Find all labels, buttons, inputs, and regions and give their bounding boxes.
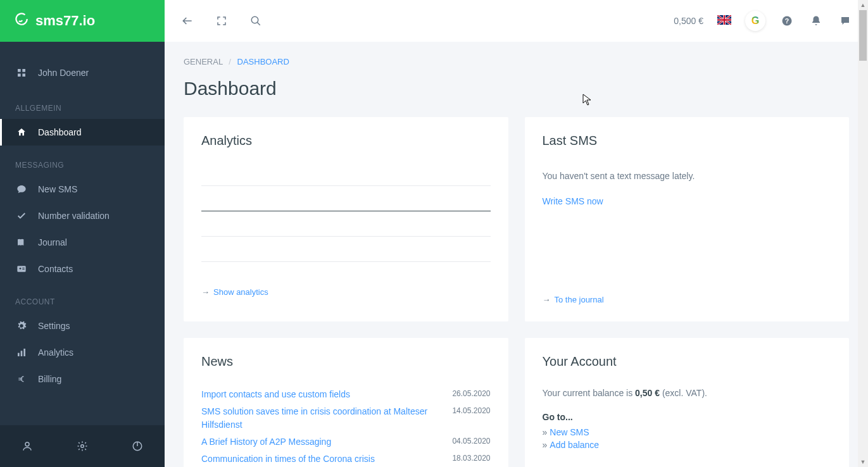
news-item-title[interactable]: A Brief History of A2P Messaging <box>201 435 443 449</box>
sidebar-item-label: Contacts <box>38 264 73 274</box>
arrow-right-icon: → <box>201 287 210 297</box>
show-analytics-link[interactable]: Show analytics <box>213 287 268 297</box>
notifications-button[interactable] <box>808 13 824 28</box>
svg-rect-1 <box>22 69 25 72</box>
help-button[interactable]: ? <box>779 13 795 28</box>
analytics-chart <box>201 161 491 262</box>
svg-point-5 <box>20 268 22 270</box>
search-button[interactable] <box>248 13 263 28</box>
sidebar-bottom <box>0 425 165 467</box>
scrollbar-thumb[interactable] <box>859 10 867 61</box>
goto-new-sms-link[interactable]: New SMS <box>550 427 589 437</box>
news-item: A Brief History of A2P Messaging 04.05.2… <box>201 435 491 449</box>
content: GENERAL / DASHBOARD Dashboard Analytics <box>165 42 868 467</box>
write-sms-link[interactable]: Write SMS now <box>543 196 603 206</box>
home-icon <box>15 126 28 139</box>
comment-icon <box>15 183 28 196</box>
svg-rect-0 <box>18 69 21 72</box>
sidebar-item-number-validation[interactable]: Number validation <box>0 202 165 229</box>
sidebar-item-dashboard[interactable]: Dashboard <box>0 119 165 146</box>
account-card: Your Account Your current balance is 0,5… <box>525 338 850 467</box>
sidebar-item-new-sms[interactable]: New SMS <box>0 176 165 202</box>
euro-icon <box>15 373 28 385</box>
logout-button[interactable] <box>110 425 165 467</box>
svg-rect-8 <box>18 353 20 356</box>
scroll-down-icon[interactable]: ▼ <box>858 457 868 467</box>
gear-icon <box>15 320 28 332</box>
sidebar-item-settings[interactable]: Settings <box>0 313 165 339</box>
goto-label: Go to... <box>543 412 573 422</box>
messages-button[interactable] <box>838 13 853 28</box>
chevron-icon: » <box>543 427 548 437</box>
analytics-card: Analytics → Show analytics <box>184 117 508 321</box>
scrollbar[interactable]: ▲ ▼ <box>858 0 868 467</box>
sidebar-item-contacts[interactable]: Contacts <box>0 256 165 282</box>
sidebar-header-messaging: MESSAGING <box>0 146 165 176</box>
sidebar-header-account: ACCOUNT <box>0 282 165 313</box>
svg-rect-7 <box>22 269 24 270</box>
to-journal-link[interactable]: To the journal <box>555 295 604 304</box>
news-item-date: 26.05.2020 <box>452 388 490 401</box>
sidebar-item-label: Journal <box>38 237 67 247</box>
scroll-up-icon[interactable]: ▲ <box>858 0 868 10</box>
balance-display[interactable]: 0,500 € <box>674 16 703 26</box>
sidebar-user[interactable]: John Doener <box>0 57 165 89</box>
breadcrumb-separator: / <box>229 57 231 66</box>
chart-icon <box>15 346 28 359</box>
fullscreen-button[interactable] <box>214 13 229 28</box>
news-item-date: 04.05.2020 <box>452 435 490 449</box>
svg-rect-9 <box>21 351 23 356</box>
language-flag-uk[interactable] <box>717 15 731 27</box>
news-item: Import contacts and use custom fields 26… <box>201 388 491 401</box>
book-icon <box>15 236 28 249</box>
google-account-icon[interactable]: G <box>745 11 765 31</box>
news-item-date: 18.03.2020 <box>452 452 490 466</box>
page-title: Dashboard <box>184 78 849 99</box>
sidebar-item-label: Analytics <box>38 347 73 358</box>
goto-add-balance-link[interactable]: Add balance <box>550 440 599 450</box>
news-item-title[interactable]: Communication in times of the Corona cri… <box>201 452 443 466</box>
news-card: News Import contacts and use custom fiel… <box>184 338 508 467</box>
svg-point-15 <box>251 16 258 23</box>
svg-line-16 <box>257 22 260 25</box>
news-item: SMS solution saves time in crisis coordi… <box>201 405 491 432</box>
topbar: 0,500 € G ? <box>165 0 868 42</box>
settings-button[interactable] <box>55 425 110 467</box>
logo-icon <box>13 11 35 31</box>
id-card-icon <box>15 263 28 275</box>
news-item-date: 14.05.2020 <box>452 405 490 432</box>
sidebar-user-name: John Doener <box>38 68 89 78</box>
sidebar: sms77.io John Doener ALLGEMEIN Dashboard… <box>0 0 165 467</box>
check-icon <box>15 209 28 222</box>
brand-name: sms77.io <box>35 13 95 29</box>
account-balance-value: 0,50 € <box>635 388 660 398</box>
svg-text:?: ? <box>785 17 789 25</box>
arrow-right-icon: → <box>543 295 551 304</box>
news-item-title[interactable]: Import contacts and use custom fields <box>201 388 443 401</box>
breadcrumb: GENERAL / DASHBOARD <box>184 57 849 66</box>
sidebar-item-analytics[interactable]: Analytics <box>0 339 165 366</box>
brand-logo[interactable]: sms77.io <box>0 0 165 42</box>
svg-rect-6 <box>22 268 24 268</box>
account-title: Your Account <box>543 354 832 369</box>
svg-rect-4 <box>17 266 25 271</box>
breadcrumb-current[interactable]: DASHBOARD <box>237 57 289 66</box>
svg-rect-3 <box>22 73 25 77</box>
sidebar-item-label: Dashboard <box>38 127 82 137</box>
sidebar-item-label: New SMS <box>38 184 77 194</box>
sidebar-item-journal[interactable]: Journal <box>0 229 165 256</box>
news-list: Import contacts and use custom fields 26… <box>201 382 491 466</box>
sidebar-item-billing[interactable]: Billing <box>0 366 165 392</box>
profile-button[interactable] <box>0 425 55 467</box>
svg-point-11 <box>25 442 29 446</box>
news-item: Communication in times of the Corona cri… <box>201 452 491 466</box>
back-button[interactable] <box>180 13 195 28</box>
grid-icon <box>15 66 28 79</box>
breadcrumb-root[interactable]: GENERAL <box>184 57 223 66</box>
svg-rect-21 <box>717 19 731 20</box>
news-item-title[interactable]: SMS solution saves time in crisis coordi… <box>201 405 443 432</box>
last-sms-card: Last SMS You haven't sent a text message… <box>525 117 850 321</box>
chevron-icon: » <box>543 440 548 450</box>
sidebar-item-label: Settings <box>38 321 70 331</box>
news-title: News <box>201 354 491 369</box>
